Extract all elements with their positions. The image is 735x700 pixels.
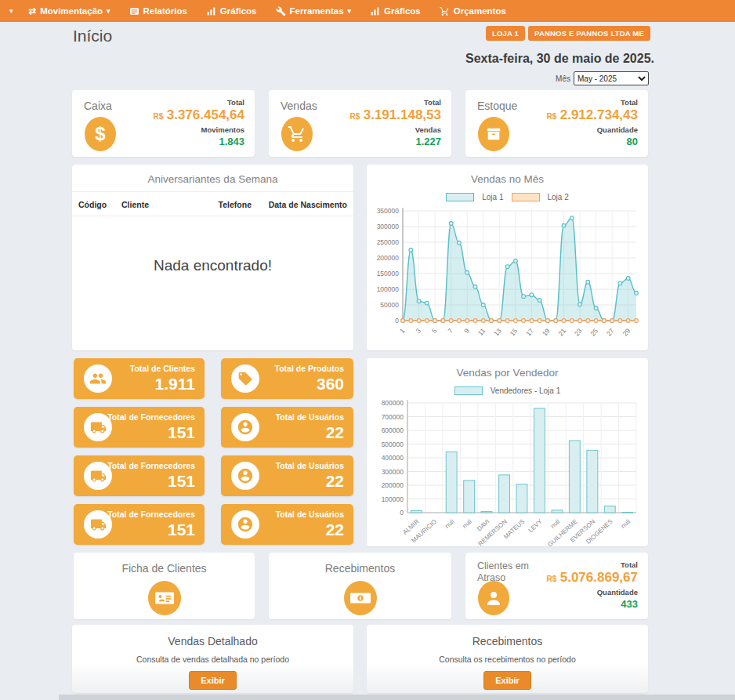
legend-swatch-vendedores: [454, 386, 483, 395]
svg-text:null: null: [444, 518, 455, 530]
nav-item-relatorios[interactable]: Relatórios: [120, 0, 197, 22]
count-label: Movimentos: [153, 125, 244, 135]
svg-text:DAVI: DAVI: [476, 518, 491, 533]
stat-value: 22: [276, 423, 344, 443]
tag-icon: [231, 365, 259, 393]
svg-text:0: 0: [400, 509, 404, 517]
stat-card-clientes: Total de Clientes1.911: [74, 358, 205, 399]
cart-icon: [440, 6, 450, 16]
exibir-recebimentos-button[interactable]: Exibir: [483, 671, 531, 690]
stat-label: Total de Fornecedores: [107, 412, 195, 423]
total-label: Total: [349, 97, 441, 107]
stat-label: Total de Usuários: [276, 509, 344, 520]
vendor-sales-chart: 1000002000003000004000005000006000007000…: [367, 397, 648, 564]
exibir-vendas-button[interactable]: Exibir: [189, 671, 237, 690]
card-description: Consulta os recebimentos no período: [367, 655, 648, 664]
stat-value: 151: [107, 471, 195, 491]
money-bill-icon: [344, 581, 377, 615]
count-value: 433: [546, 597, 638, 611]
svg-text:29: 29: [621, 327, 632, 338]
card-title: Vendas Detalhado: [72, 625, 353, 647]
svg-text:600000: 600000: [382, 426, 404, 434]
svg-text:100000: 100000: [382, 495, 404, 503]
stat-card-fornecedores-3: Total de Fornecedores151: [74, 504, 205, 545]
chart-icon: [370, 6, 380, 16]
legend-swatch-loja2: [512, 193, 540, 201]
users-icon: [84, 365, 112, 393]
vendas-detalhado-card: Vendas Detalhado Consulta de vendas deta…: [72, 625, 353, 693]
stat-label: Total de Fornecedores: [107, 509, 195, 520]
nav-item-movimentacao[interactable]: ⇄ Movimentação ▾: [20, 0, 120, 22]
stat-value: 22: [276, 520, 344, 540]
month-label: Mês: [556, 74, 570, 83]
svg-text:23: 23: [573, 327, 584, 338]
nav-item-label: Ferramentas: [290, 6, 344, 16]
stat-card-usuarios-2: Total de Usuários22: [221, 455, 353, 496]
user-circle-icon: [231, 510, 259, 539]
archive-icon: [478, 117, 509, 151]
company-badge: PANNOS E PANNOS LTDA ME: [528, 26, 650, 41]
column-header-nascimento: Data de Nascimento: [252, 200, 347, 209]
caixa-card: Caixa $ Total R$ 3.376.454,64 Movimentos…: [72, 90, 255, 157]
stat-label: Total de Produtos: [275, 363, 344, 374]
nav-item-graficos-1[interactable]: Gráficos: [197, 0, 266, 22]
stat-value: 151: [107, 423, 195, 443]
ficha-clientes-card[interactable]: Ficha de Clientes: [74, 553, 255, 619]
nav-item-graficos-2[interactable]: Gráficos: [360, 0, 430, 22]
total-amount: R$ 2.912.734,43: [546, 107, 638, 125]
card-description: Consulta de vendas detalhada no período: [72, 655, 353, 664]
count-label: Vendas: [349, 125, 441, 135]
svg-text:200000: 200000: [382, 481, 404, 489]
cart-icon: [281, 117, 313, 151]
person-icon: [478, 581, 509, 615]
svg-text:13: 13: [492, 327, 503, 338]
svg-text:300000: 300000: [377, 223, 400, 230]
month-sales-chart-card: Vendas no Mês Loja 1 Loja 2 500001000001…: [367, 165, 648, 350]
stat-card-usuarios-1: Total de Usuários22: [221, 407, 353, 448]
nav-item-label: Relatórios: [143, 6, 187, 16]
legend-label: Vendedores - Loja 1: [491, 386, 561, 395]
stat-card-produtos: Total de Produtos360: [221, 358, 353, 399]
card-title: Recebimentos: [269, 553, 451, 575]
svg-text:350000: 350000: [377, 207, 400, 215]
svg-text:700000: 700000: [382, 413, 404, 421]
svg-text:19: 19: [541, 327, 552, 338]
svg-text:11: 11: [476, 327, 487, 337]
svg-text:5: 5: [430, 327, 439, 335]
legend-label: Loja 1: [482, 193, 503, 201]
svg-text:400000: 400000: [382, 454, 404, 462]
recebimentos-card[interactable]: Recebimentos: [269, 553, 451, 619]
caret-down-icon: ▾: [9, 8, 13, 15]
store-badge: LOJA 1: [486, 26, 525, 41]
chart-icon: [206, 6, 216, 16]
count-value: 1.227: [349, 135, 441, 148]
total-amount: R$ 3.191.148,53: [349, 107, 441, 125]
nav-item-ferramentas[interactable]: Ferramentas ▾: [266, 0, 361, 22]
count-label: Quantidade: [546, 587, 638, 597]
svg-text:150000: 150000: [377, 270, 400, 277]
legend-swatch-loja1: [446, 193, 474, 201]
nav-item-orcamentos[interactable]: Orçamentos: [430, 0, 516, 22]
card-title: Caixa: [84, 100, 112, 112]
svg-text:LEVY: LEVY: [527, 517, 545, 534]
stat-label: Total de Usuários: [276, 412, 344, 423]
vendor-sales-chart-card: Vendas por Vendedor Vendedores - Loja 1 …: [367, 358, 648, 546]
card-title: Vendas: [281, 100, 317, 112]
card-title: Recebimentos: [367, 625, 648, 647]
dashboard-page: ▾ ⇄ Movimentação ▾ Relatórios Gráficos F…: [0, 0, 735, 700]
svg-text:17: 17: [524, 327, 535, 338]
empty-state-message: Nada encontrado!: [72, 257, 353, 274]
month-select[interactable]: May - 2025: [574, 71, 649, 85]
wrench-icon: [276, 6, 286, 16]
stat-value: 151: [107, 520, 195, 540]
svg-text:21: 21: [556, 327, 567, 338]
user-circle-icon: [231, 413, 259, 441]
column-header-codigo: Código: [78, 200, 121, 209]
dollar-icon: $: [85, 117, 116, 151]
collapsed-menu-toggle[interactable]: ▾: [3, 0, 20, 22]
stat-value: 22: [276, 471, 344, 491]
card-title: Estoque: [477, 100, 517, 112]
svg-text:200000: 200000: [377, 254, 400, 262]
nav-item-label: Movimentação: [40, 6, 103, 16]
legend-label: Loja 2: [548, 193, 569, 201]
